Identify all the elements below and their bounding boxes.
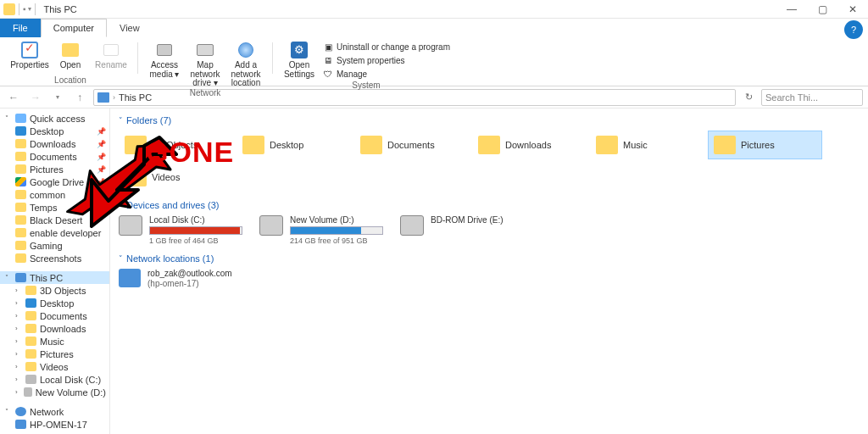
netloc-header[interactable]: ˅Network locations (1) xyxy=(119,253,860,264)
tree-item[interactable]: Screenshots xyxy=(0,252,109,264)
pc-icon xyxy=(97,92,109,103)
tab-file[interactable]: File xyxy=(0,19,41,37)
tree-item[interactable]: ›New Volume (D:) xyxy=(0,386,109,398)
netloc-line1: rob_zak@outlook.com xyxy=(147,269,232,279)
ribbon-group-network: Access media ▾ Map network drive ▾ Add a… xyxy=(140,39,270,86)
tree-item[interactable]: Gaming xyxy=(0,239,109,252)
folder-icon xyxy=(25,286,36,295)
address-bar-row: ← → ▾ ↑ › This PC ↻ Search Thi... xyxy=(0,86,868,108)
tree-item[interactable]: ›Pictures xyxy=(0,348,109,360)
folder-icon xyxy=(714,136,736,154)
ribbon-group-system: Open Settings ▣Uninstall or change a pro… xyxy=(275,39,458,86)
folder-icon xyxy=(25,375,36,384)
shield-icon: 🛡 xyxy=(323,70,333,80)
drives-header[interactable]: ˅Devices and drives (3) xyxy=(119,200,860,210)
computer-icon xyxy=(15,420,26,429)
add-network-button[interactable]: Add a network location xyxy=(226,39,265,88)
tree-item[interactable]: ›Documents xyxy=(0,309,109,322)
window-controls: — ▢ ✕ xyxy=(776,0,868,19)
box-icon: ▣ xyxy=(323,42,333,53)
window-title: This PC xyxy=(44,4,77,14)
tab-view[interactable]: View xyxy=(107,19,153,37)
pc-icon xyxy=(15,273,26,282)
tree-item[interactable]: ›Local Disk (C:) xyxy=(0,373,109,386)
folder-icon xyxy=(25,324,36,333)
folder-icon xyxy=(596,136,618,154)
drive-icon xyxy=(400,215,424,236)
back-button[interactable]: ← xyxy=(5,89,22,106)
folder-icon xyxy=(15,215,26,225)
tree-item[interactable]: ›Desktop xyxy=(0,297,109,309)
folder-icon xyxy=(25,298,36,308)
computer-icon xyxy=(119,269,141,287)
monitor-icon: 🖥 xyxy=(323,56,333,66)
folder-item[interactable]: Music xyxy=(590,131,704,159)
access-media-button[interactable]: Access media ▾ xyxy=(145,39,184,79)
annotation-arrow-icon xyxy=(58,129,185,239)
folder-icon xyxy=(15,253,26,263)
search-input[interactable]: Search Thi... xyxy=(761,89,863,106)
forward-button[interactable]: → xyxy=(27,89,44,106)
network-location-item[interactable]: rob_zak@outlook.com (hp-omen-17) xyxy=(119,269,860,288)
maximize-button[interactable]: ▢ xyxy=(807,0,837,19)
drive-name: BD-ROM Drive (E:) xyxy=(431,215,504,225)
manage-button[interactable]: 🛡Manage xyxy=(320,68,453,81)
drive-item[interactable]: New Volume (D:) 214 GB free of 951 GB xyxy=(259,215,387,245)
qat-item[interactable]: ▪ xyxy=(23,4,26,14)
folder-item[interactable]: Documents xyxy=(354,131,469,159)
folder-icon xyxy=(25,362,36,371)
folder-icon xyxy=(360,136,382,154)
tree-item[interactable]: ›Downloads xyxy=(0,322,109,335)
tree-network[interactable]: ˅Network xyxy=(0,405,109,418)
help-button[interactable]: ? xyxy=(844,20,863,39)
uninstall-button[interactable]: ▣Uninstall or change a program xyxy=(320,41,453,53)
folder-icon xyxy=(15,126,26,136)
close-button[interactable]: ✕ xyxy=(837,0,868,19)
open-settings-button[interactable]: Open Settings xyxy=(280,39,319,79)
up-button[interactable]: ↑ xyxy=(71,89,88,106)
folder-icon xyxy=(15,190,26,199)
folders-header[interactable]: ˅Folders (7) xyxy=(119,115,860,125)
ribbon-tabs: File Computer View ? xyxy=(0,19,868,37)
tree-this-pc[interactable]: ˅This PC xyxy=(0,271,109,284)
tree-item[interactable]: ›Videos xyxy=(0,360,109,373)
folder-item[interactable]: Desktop xyxy=(236,131,351,159)
open-button[interactable]: Open xyxy=(51,39,90,70)
folder-icon xyxy=(15,139,26,148)
tree-item[interactable]: HP-OMEN-17 xyxy=(0,418,109,431)
folder-icon xyxy=(15,241,26,250)
folder-icon xyxy=(15,164,26,174)
recent-dropdown[interactable]: ▾ xyxy=(49,89,66,106)
folder-icon xyxy=(15,177,26,186)
folder-icon xyxy=(15,228,26,237)
group-label-system: System xyxy=(352,81,380,91)
properties-button[interactable]: Properties xyxy=(10,39,49,70)
folder-icon xyxy=(478,136,500,154)
breadcrumb-segment[interactable]: This PC xyxy=(119,92,152,103)
titlebar: ▪ ▾ This PC — ▢ ✕ xyxy=(0,0,868,19)
star-icon xyxy=(15,114,26,123)
ribbon-group-location: Properties Open Rename Location xyxy=(5,39,136,86)
folder-icon xyxy=(242,136,264,154)
system-props-button[interactable]: 🖥System properties xyxy=(320,54,453,67)
drive-icon xyxy=(259,215,283,236)
group-label-network: Network xyxy=(190,88,221,98)
map-drive-button[interactable]: Map network drive ▾ xyxy=(186,39,225,88)
tree-quick-access[interactable]: ˅Quick access xyxy=(0,112,109,125)
tree-item[interactable]: ›Music xyxy=(0,335,109,348)
netloc-line2: (hp-omen-17) xyxy=(147,279,232,289)
folder-icon xyxy=(15,203,26,212)
folder-item[interactable]: Pictures xyxy=(708,131,822,159)
folder-icon xyxy=(25,337,36,346)
tab-computer[interactable]: Computer xyxy=(41,19,107,37)
folder-icon xyxy=(25,311,36,320)
drive-item[interactable]: BD-ROM Drive (E:) xyxy=(400,215,527,245)
network-icon xyxy=(15,407,26,416)
folder-item[interactable]: Downloads xyxy=(472,131,587,159)
tree-item[interactable]: ›3D Objects xyxy=(0,284,109,297)
qat-dropdown[interactable]: ▾ xyxy=(28,5,31,13)
minimize-button[interactable]: — xyxy=(776,0,807,19)
folder-icon xyxy=(25,349,36,359)
rename-button[interactable]: Rename xyxy=(92,39,131,70)
refresh-button[interactable]: ↻ xyxy=(741,90,756,105)
